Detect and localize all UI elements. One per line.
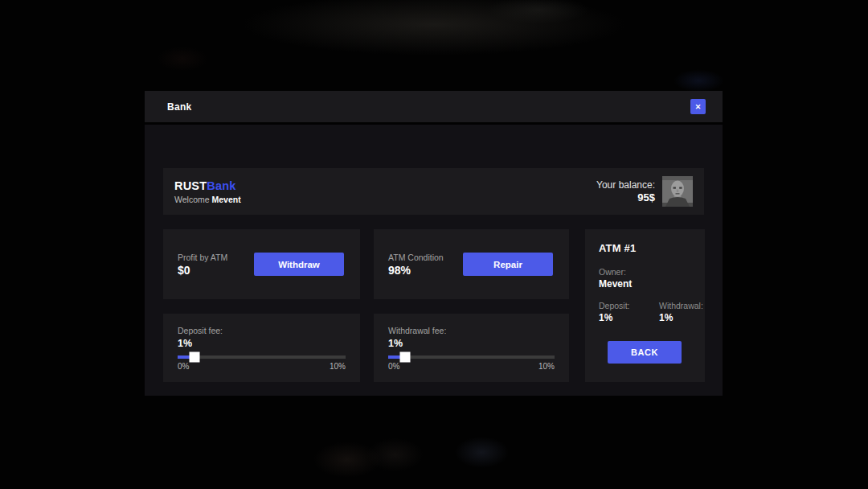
withdrawal-label: Withdrawal: [659,301,703,310]
withdrawal-fee-value: 1% [388,338,555,349]
slider-track[interactable] [178,355,346,359]
profit-value: $0 [178,264,227,277]
deposit-fee-card: Deposit fee: 1% 0% 10% [163,314,360,382]
deposit-fee-label: Deposit fee: [178,326,346,335]
deposit-fee-slider[interactable]: 0% 10% [178,355,346,371]
window-title: Bank [167,101,192,113]
deposit-value: 1% [599,312,659,323]
welcome-text: Welcome Mevent [174,195,241,204]
slider-handle[interactable] [399,352,410,363]
window-titlebar: Bank ✕ [145,91,723,122]
profit-info: Profit by ATM $0 [178,253,227,277]
deposit-label: Deposit: [599,301,659,310]
atm-owner: Owner: Mevent [599,267,691,290]
brand-title: RUSTBank [174,179,241,192]
brand-rust: RUST [174,179,207,192]
slider-min-label: 0% [178,362,189,371]
atm-withdrawal-fee: Withdrawal: 1% [659,301,703,323]
header-panel: RUSTBank Welcome Mevent Your balance: 95… [163,168,704,215]
slider-min-label: 0% [388,362,399,371]
atm-info-panel: ATM #1 Owner: Mevent Deposit: 1% Withdra… [585,229,705,382]
welcome-username: Mevent [212,195,241,204]
bank-window: Bank ✕ RUSTBank Welcome Mevent Your bala… [145,91,723,396]
slider-handle[interactable] [189,352,199,363]
close-icon: ✕ [695,103,702,111]
atm-fees-row: Deposit: 1% Withdrawal: 1% [599,301,691,323]
slider-range-labels: 0% 10% [178,362,346,371]
withdrawal-fee-card: Withdrawal fee: 1% 0% 10% [374,314,569,382]
repair-button[interactable]: Repair [463,253,553,276]
deposit-fee-value: 1% [178,338,346,349]
brand-bank: Bank [207,179,235,192]
back-button[interactable]: BACK [608,341,682,364]
withdrawal-value: 1% [659,312,703,323]
close-button[interactable]: ✕ [690,99,706,114]
slider-max-label: 10% [538,362,555,371]
player-avatar-image [662,176,693,207]
slider-max-label: 10% [330,362,346,371]
player-avatar [662,176,693,207]
balance-value: 95$ [596,191,655,203]
condition-value: 98% [388,264,444,277]
atm-deposit-fee: Deposit: 1% [599,301,659,323]
withdrawal-fee-slider[interactable]: 0% 10% [388,355,555,371]
condition-card: ATM Condition 98% Repair [374,229,569,299]
balance-block: Your balance: 95$ [596,179,655,203]
atm-title: ATM #1 [599,242,691,254]
condition-label: ATM Condition [388,253,444,262]
condition-info: ATM Condition 98% [388,253,444,277]
balance-label: Your balance: [596,179,655,191]
profit-card: Profit by ATM $0 Withdraw [163,229,360,299]
window-body: RUSTBank Welcome Mevent Your balance: 95… [145,125,723,396]
welcome-prefix: Welcome [174,195,210,204]
slider-track[interactable] [388,355,555,359]
game-background: Bank ✕ RUSTBank Welcome Mevent Your bala… [0,0,868,489]
slider-range-labels: 0% 10% [388,362,555,371]
profit-label: Profit by ATM [178,253,227,262]
owner-label: Owner: [599,267,691,277]
brand-block: RUSTBank Welcome Mevent [174,179,241,204]
withdrawal-fee-label: Withdrawal fee: [388,326,555,335]
owner-value: Mevent [599,278,691,290]
withdraw-button[interactable]: Withdraw [254,253,344,276]
